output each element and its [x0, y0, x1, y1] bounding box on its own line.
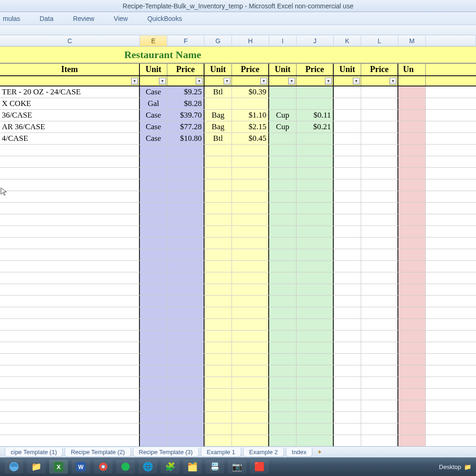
cell[interactable]	[232, 261, 269, 272]
cell[interactable]	[334, 226, 361, 237]
cell[interactable]	[232, 377, 269, 388]
cell-price[interactable]	[297, 133, 334, 144]
cell-unit[interactable]	[334, 110, 361, 121]
cell[interactable]	[140, 203, 167, 214]
cell[interactable]	[297, 214, 334, 225]
cell[interactable]	[297, 168, 334, 179]
cell[interactable]	[167, 365, 205, 377]
cell[interactable]	[269, 400, 297, 411]
filter-dropdown-icon[interactable]: ▼	[224, 78, 231, 85]
cell[interactable]	[167, 354, 205, 365]
cell[interactable]	[269, 319, 297, 330]
cell[interactable]	[297, 296, 334, 307]
filter-dropdown-icon[interactable]: ▼	[353, 78, 360, 85]
cell[interactable]	[269, 307, 297, 318]
cell[interactable]	[0, 319, 140, 330]
cell[interactable]	[0, 179, 140, 191]
cell[interactable]	[297, 400, 334, 411]
cell[interactable]	[297, 179, 334, 191]
cell[interactable]	[232, 331, 269, 342]
cell[interactable]	[167, 156, 205, 167]
cell[interactable]	[140, 145, 167, 156]
cell[interactable]	[361, 365, 398, 377]
cell[interactable]	[269, 365, 297, 377]
cell[interactable]	[140, 435, 167, 446]
cell[interactable]	[232, 319, 269, 330]
cell-price[interactable]	[232, 98, 269, 109]
col-header-k[interactable]: K	[334, 35, 361, 46]
cell[interactable]	[361, 307, 398, 318]
cell[interactable]	[167, 261, 205, 272]
cell[interactable]	[361, 284, 398, 295]
cell[interactable]	[297, 365, 334, 377]
cell[interactable]	[361, 168, 398, 179]
cell[interactable]	[232, 342, 269, 353]
col-header-e[interactable]: E	[140, 35, 167, 46]
cell[interactable]	[398, 435, 426, 446]
cell[interactable]	[398, 319, 426, 330]
cell[interactable]	[297, 249, 334, 260]
taskbar-app-icon[interactable]: 📷	[228, 460, 246, 474]
cell[interactable]	[361, 423, 398, 435]
cell[interactable]	[167, 226, 205, 237]
cell[interactable]	[167, 307, 205, 318]
col-header-i[interactable]: I	[269, 35, 297, 46]
cell-unit[interactable]	[398, 121, 426, 132]
cell[interactable]	[205, 307, 232, 318]
cell[interactable]	[398, 412, 426, 423]
col-header-h[interactable]: H	[232, 35, 269, 46]
cell[interactable]	[297, 272, 334, 284]
cell[interactable]	[232, 365, 269, 377]
cell[interactable]	[140, 284, 167, 295]
taskbar-app-icon[interactable]: 🧩	[161, 460, 179, 474]
cell[interactable]	[205, 272, 232, 284]
cell[interactable]	[205, 331, 232, 342]
cell-unit[interactable]	[398, 133, 426, 144]
cell[interactable]	[167, 377, 205, 388]
cell[interactable]	[167, 435, 205, 446]
cell-unit[interactable]: Btl	[205, 86, 232, 98]
cell[interactable]	[361, 226, 398, 237]
cell[interactable]	[140, 296, 167, 307]
cell[interactable]	[269, 412, 297, 423]
taskbar-app-icon[interactable]: 📁	[27, 460, 46, 474]
cell-price[interactable]: $0.39	[232, 86, 269, 98]
cell[interactable]	[269, 203, 297, 214]
cell[interactable]	[334, 249, 361, 260]
sheet-tab[interactable]: Recipe Template (3)	[133, 448, 199, 457]
cell[interactable]	[297, 423, 334, 435]
cell[interactable]	[232, 238, 269, 249]
cell[interactable]	[0, 156, 140, 167]
cell[interactable]	[334, 145, 361, 156]
cell[interactable]	[140, 249, 167, 260]
cell[interactable]	[0, 307, 140, 318]
cell[interactable]	[167, 272, 205, 284]
cell[interactable]	[334, 342, 361, 353]
cell-unit[interactable]	[334, 98, 361, 109]
cell[interactable]	[232, 400, 269, 411]
cell[interactable]	[297, 284, 334, 295]
cell[interactable]	[140, 319, 167, 330]
cell[interactable]	[140, 342, 167, 353]
cell[interactable]	[269, 261, 297, 272]
cell-unit[interactable]: Btl	[205, 133, 232, 144]
cell[interactable]	[269, 156, 297, 167]
cell[interactable]	[269, 191, 297, 202]
taskbar-app-icon[interactable]: 🗂️	[183, 460, 202, 474]
cell[interactable]	[167, 145, 205, 156]
cell[interactable]	[205, 389, 232, 400]
cell[interactable]	[167, 249, 205, 260]
cell[interactable]	[232, 296, 269, 307]
cell-price[interactable]: $0.21	[297, 121, 334, 132]
cell[interactable]	[334, 296, 361, 307]
cell[interactable]	[167, 168, 205, 179]
cell[interactable]	[361, 214, 398, 225]
filter-dropdown-icon[interactable]: ▼	[159, 78, 166, 85]
cell[interactable]	[334, 214, 361, 225]
cell-price[interactable]: $39.70	[167, 110, 205, 121]
cell[interactable]	[232, 272, 269, 284]
cell[interactable]	[205, 435, 232, 446]
cell[interactable]	[361, 435, 398, 446]
cell[interactable]	[361, 319, 398, 330]
cell[interactable]	[269, 145, 297, 156]
